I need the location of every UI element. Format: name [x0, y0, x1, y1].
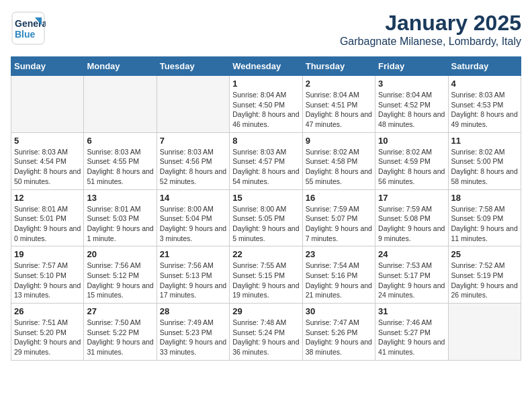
- calendar-cell: 24Sunrise: 7:53 AMSunset: 5:17 PMDayligh…: [375, 246, 448, 304]
- header-wednesday: Wednesday: [230, 57, 302, 76]
- day-number: 31: [378, 306, 445, 316]
- calendar-week-row: 1Sunrise: 8:04 AMSunset: 4:50 PMDaylight…: [11, 76, 521, 133]
- header-saturday: Saturday: [448, 57, 521, 76]
- day-detail: Sunrise: 7:57 AMSunset: 5:10 PMDaylight:…: [14, 261, 81, 300]
- day-detail: Sunrise: 7:51 AMSunset: 5:20 PMDaylight:…: [14, 318, 81, 357]
- calendar-cell: [11, 76, 84, 133]
- day-detail: Sunrise: 7:48 AMSunset: 5:24 PMDaylight:…: [232, 318, 299, 357]
- calendar-cell: 17Sunrise: 7:59 AMSunset: 5:08 PMDayligh…: [375, 189, 448, 246]
- calendar-cell: 12Sunrise: 8:01 AMSunset: 5:01 PMDayligh…: [11, 189, 84, 246]
- day-number: 28: [160, 306, 226, 316]
- calendar-cell: 13Sunrise: 8:01 AMSunset: 5:03 PMDayligh…: [84, 189, 157, 246]
- page-header: General Blue January 2025 Garbagnate Mil…: [11, 11, 521, 48]
- day-detail: Sunrise: 8:03 AMSunset: 4:57 PMDaylight:…: [232, 147, 299, 187]
- calendar-cell: 22Sunrise: 7:55 AMSunset: 5:15 PMDayligh…: [230, 246, 302, 304]
- calendar-cell: 23Sunrise: 7:54 AMSunset: 5:16 PMDayligh…: [302, 246, 375, 304]
- calendar-week-row: 19Sunrise: 7:57 AMSunset: 5:10 PMDayligh…: [11, 246, 521, 304]
- day-number: 9: [306, 136, 372, 146]
- day-detail: Sunrise: 8:04 AMSunset: 4:52 PMDaylight:…: [378, 90, 445, 130]
- calendar-cell: 7Sunrise: 8:03 AMSunset: 4:56 PMDaylight…: [157, 132, 229, 189]
- day-number: 22: [232, 249, 299, 259]
- calendar-header-row: SundayMondayTuesdayWednesdayThursdayFrid…: [11, 57, 521, 76]
- day-number: 23: [306, 249, 372, 259]
- calendar-cell: 18Sunrise: 7:58 AMSunset: 5:09 PMDayligh…: [448, 189, 521, 246]
- day-number: 30: [306, 306, 372, 316]
- calendar-cell: 10Sunrise: 8:02 AMSunset: 4:59 PMDayligh…: [375, 132, 448, 189]
- calendar-cell: 8Sunrise: 8:03 AMSunset: 4:57 PMDaylight…: [230, 132, 302, 189]
- day-number: 25: [451, 249, 518, 259]
- header-friday: Friday: [375, 57, 448, 76]
- day-number: 1: [232, 79, 299, 89]
- calendar-cell: 15Sunrise: 8:00 AMSunset: 5:05 PMDayligh…: [230, 189, 302, 246]
- calendar-cell: 4Sunrise: 8:03 AMSunset: 4:53 PMDaylight…: [448, 76, 521, 133]
- day-detail: Sunrise: 7:50 AMSunset: 5:22 PMDaylight:…: [87, 318, 153, 357]
- day-number: 3: [378, 79, 445, 89]
- calendar-cell: 31Sunrise: 7:46 AMSunset: 5:27 PMDayligh…: [375, 304, 448, 361]
- day-number: 12: [14, 193, 81, 203]
- day-detail: Sunrise: 7:56 AMSunset: 5:12 PMDaylight:…: [87, 261, 153, 300]
- day-detail: Sunrise: 7:56 AMSunset: 5:13 PMDaylight:…: [160, 261, 226, 300]
- day-number: 19: [14, 249, 81, 259]
- calendar-cell: 5Sunrise: 8:03 AMSunset: 4:54 PMDaylight…: [11, 132, 84, 189]
- calendar-cell: 14Sunrise: 8:00 AMSunset: 5:04 PMDayligh…: [157, 189, 229, 246]
- day-detail: Sunrise: 7:52 AMSunset: 5:19 PMDaylight:…: [451, 261, 518, 300]
- title-area: January 2025 Garbagnate Milanese, Lombar…: [340, 11, 521, 48]
- day-detail: Sunrise: 7:46 AMSunset: 5:27 PMDaylight:…: [378, 318, 445, 357]
- day-detail: Sunrise: 8:03 AMSunset: 4:53 PMDaylight:…: [451, 90, 518, 130]
- calendar-cell: [448, 304, 521, 361]
- day-detail: Sunrise: 8:01 AMSunset: 5:01 PMDaylight:…: [14, 204, 81, 244]
- day-detail: Sunrise: 7:47 AMSunset: 5:26 PMDaylight:…: [306, 318, 372, 357]
- calendar-cell: 21Sunrise: 7:56 AMSunset: 5:13 PMDayligh…: [157, 246, 229, 304]
- day-number: 26: [14, 306, 81, 316]
- day-detail: Sunrise: 8:03 AMSunset: 4:56 PMDaylight:…: [160, 147, 226, 187]
- calendar-cell: 3Sunrise: 8:04 AMSunset: 4:52 PMDaylight…: [375, 76, 448, 133]
- logo-icon: General Blue: [11, 11, 46, 48]
- calendar-cell: 28Sunrise: 7:49 AMSunset: 5:23 PMDayligh…: [157, 304, 229, 361]
- day-detail: Sunrise: 7:54 AMSunset: 5:16 PMDaylight:…: [306, 261, 372, 300]
- day-number: 5: [14, 136, 81, 146]
- day-number: 16: [306, 193, 372, 203]
- day-detail: Sunrise: 8:03 AMSunset: 4:55 PMDaylight:…: [87, 147, 153, 187]
- day-number: 10: [378, 136, 445, 146]
- calendar-cell: 29Sunrise: 7:48 AMSunset: 5:24 PMDayligh…: [230, 304, 302, 361]
- calendar-week-row: 12Sunrise: 8:01 AMSunset: 5:01 PMDayligh…: [11, 189, 521, 246]
- calendar-subtitle: Garbagnate Milanese, Lombardy, Italy: [340, 36, 521, 48]
- day-detail: Sunrise: 7:58 AMSunset: 5:09 PMDaylight:…: [451, 204, 518, 244]
- header-sunday: Sunday: [11, 57, 84, 76]
- calendar-cell: 20Sunrise: 7:56 AMSunset: 5:12 PMDayligh…: [84, 246, 157, 304]
- calendar-cell: 6Sunrise: 8:03 AMSunset: 4:55 PMDaylight…: [84, 132, 157, 189]
- day-number: 17: [378, 193, 445, 203]
- calendar-week-row: 26Sunrise: 7:51 AMSunset: 5:20 PMDayligh…: [11, 304, 521, 361]
- day-detail: Sunrise: 8:00 AMSunset: 5:04 PMDaylight:…: [160, 204, 226, 244]
- calendar-cell: 19Sunrise: 7:57 AMSunset: 5:10 PMDayligh…: [11, 246, 84, 304]
- day-detail: Sunrise: 7:55 AMSunset: 5:15 PMDaylight:…: [232, 261, 299, 300]
- day-detail: Sunrise: 8:01 AMSunset: 5:03 PMDaylight:…: [87, 204, 153, 244]
- calendar-cell: 11Sunrise: 8:02 AMSunset: 5:00 PMDayligh…: [448, 132, 521, 189]
- day-number: 14: [160, 193, 226, 203]
- day-number: 24: [378, 249, 445, 259]
- day-detail: Sunrise: 7:49 AMSunset: 5:23 PMDaylight:…: [160, 318, 226, 357]
- day-number: 13: [87, 193, 153, 203]
- calendar-cell: [157, 76, 229, 133]
- day-number: 4: [451, 79, 518, 89]
- day-number: 18: [451, 193, 518, 203]
- day-number: 11: [451, 136, 518, 146]
- logo: General Blue: [11, 11, 46, 48]
- day-detail: Sunrise: 8:02 AMSunset: 4:58 PMDaylight:…: [306, 147, 372, 187]
- calendar-table: SundayMondayTuesdayWednesdayThursdayFrid…: [11, 56, 521, 361]
- day-detail: Sunrise: 8:04 AMSunset: 4:51 PMDaylight:…: [306, 90, 372, 130]
- day-detail: Sunrise: 7:59 AMSunset: 5:08 PMDaylight:…: [378, 204, 445, 244]
- day-number: 21: [160, 249, 226, 259]
- day-number: 8: [232, 136, 299, 146]
- day-detail: Sunrise: 8:04 AMSunset: 4:50 PMDaylight:…: [232, 90, 299, 130]
- calendar-cell: 26Sunrise: 7:51 AMSunset: 5:20 PMDayligh…: [11, 304, 84, 361]
- calendar-cell: 16Sunrise: 7:59 AMSunset: 5:07 PMDayligh…: [302, 189, 375, 246]
- day-detail: Sunrise: 7:59 AMSunset: 5:07 PMDaylight:…: [306, 204, 372, 244]
- calendar-cell: 25Sunrise: 7:52 AMSunset: 5:19 PMDayligh…: [448, 246, 521, 304]
- svg-text:Blue: Blue: [15, 29, 36, 40]
- day-number: 7: [160, 136, 226, 146]
- calendar-cell: 27Sunrise: 7:50 AMSunset: 5:22 PMDayligh…: [84, 304, 157, 361]
- calendar-week-row: 5Sunrise: 8:03 AMSunset: 4:54 PMDaylight…: [11, 132, 521, 189]
- day-number: 2: [306, 79, 372, 89]
- day-number: 20: [87, 249, 153, 259]
